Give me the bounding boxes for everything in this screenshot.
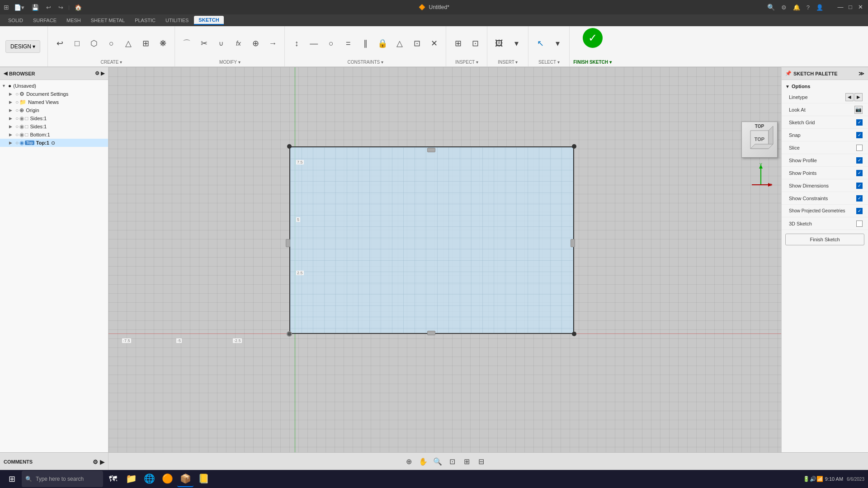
offset-btn[interactable]: ∪ bbox=[213, 35, 229, 52]
tab-surface[interactable]: SURFACE bbox=[28, 16, 61, 24]
search-btn[interactable]: 🔍 bbox=[765, 3, 777, 12]
browser-taskbar-btn[interactable]: 🌐 bbox=[141, 471, 157, 487]
slice-checkbox[interactable] bbox=[856, 145, 863, 151]
sketch-dimension-btn[interactable]: ↕ bbox=[288, 35, 305, 52]
browser-item-sides1b[interactable]: ▶ ○ ◉ □ Sides:1 bbox=[0, 122, 108, 131]
palette-options-header[interactable]: ▼ Options bbox=[782, 82, 868, 91]
formula-btn[interactable]: fx bbox=[230, 35, 246, 52]
rectangle-tool-btn[interactable]: □ bbox=[69, 35, 85, 52]
3d-sketch-checkbox[interactable] bbox=[856, 221, 863, 227]
pattern-tool-btn[interactable]: ❋ bbox=[155, 35, 171, 52]
circle-tool-btn[interactable]: ○ bbox=[103, 35, 119, 52]
browser-item-top1[interactable]: ▶ ○ ◉ Top Top:1 ⊙ bbox=[0, 139, 108, 147]
extend-btn[interactable]: → bbox=[264, 35, 281, 52]
look-btn[interactable]: ✋ bbox=[417, 455, 429, 468]
sketch-grid-checkbox[interactable]: ✓ bbox=[856, 119, 863, 126]
fit-btn[interactable]: ⊡ bbox=[446, 455, 458, 468]
show-constraints-checkbox[interactable]: ✓ bbox=[856, 195, 863, 202]
show-projected-geometries-checkbox[interactable]: ✓ bbox=[856, 208, 863, 214]
orbit-btn[interactable]: ⊕ bbox=[402, 455, 415, 468]
tab-sketch[interactable]: SKETCH bbox=[194, 16, 223, 25]
comments-expand-icon[interactable]: ▶ bbox=[100, 459, 104, 465]
display-mode-btn[interactable]: ⊟ bbox=[475, 455, 487, 468]
browser-settings-icon[interactable]: ⚙ bbox=[95, 70, 99, 76]
finish-sketch-btn[interactable]: Finish Sketch bbox=[785, 234, 864, 245]
home-btn[interactable]: 🏠 bbox=[72, 3, 84, 12]
insert-more-btn[interactable]: ▾ bbox=[508, 35, 524, 52]
lock-btn[interactable]: 🔒 bbox=[374, 35, 391, 52]
browser-item-origin[interactable]: ▶ ○ ⊕ Origin bbox=[0, 106, 108, 114]
linetype-prev-btn[interactable]: ◀ bbox=[845, 93, 854, 101]
minimize-btn[interactable]: — bbox=[836, 3, 844, 11]
redo-btn[interactable]: ↪ bbox=[56, 3, 66, 12]
trim-btn[interactable]: ✂ bbox=[196, 35, 212, 52]
undo-btn[interactable]: ↩ bbox=[44, 3, 53, 12]
window-controls[interactable]: 🔍 ⚙ 🔔 ? 👤 — □ ✕ bbox=[765, 3, 864, 12]
perpendicular-btn[interactable]: ✕ bbox=[426, 35, 442, 52]
windows-start-btn[interactable]: ⊞ bbox=[4, 471, 20, 487]
help-btn[interactable]: ? bbox=[804, 3, 812, 12]
select-dropdown-btn[interactable]: ▾ bbox=[549, 35, 566, 52]
move-btn[interactable]: ⊕ bbox=[247, 35, 264, 52]
browser-item-unsaved[interactable]: ▼ ● (Unsaved) bbox=[0, 82, 108, 90]
polygon-tool-btn[interactable]: ⬡ bbox=[86, 35, 102, 52]
horizontal-btn[interactable]: — bbox=[306, 35, 322, 52]
browser-item-bottom1[interactable]: ▶ ○ ◉ □ Bottom:1 bbox=[0, 131, 108, 139]
dim-label-axis-25: -2.5 bbox=[233, 338, 242, 343]
main-area: ◀ BROWSER ⚙ ▶ ▼ ● (Unsaved) ▶ ○ bbox=[0, 67, 868, 452]
canvas-area[interactable]: 7.5 5 2.5 -7.5 -5 -2.5 TOP TOP bbox=[108, 67, 781, 452]
grid-display-btn[interactable]: ⊞ bbox=[460, 455, 473, 468]
triangle-tool-btn[interactable]: △ bbox=[120, 35, 137, 52]
browser-collapse-btn[interactable]: ◀ bbox=[4, 70, 7, 76]
line-tool-btn[interactable]: ↩ bbox=[52, 35, 68, 52]
search-taskbar-btn[interactable]: 🔍 Type here to search bbox=[22, 471, 103, 487]
file-menu-btn[interactable]: 📄▾ bbox=[12, 3, 27, 12]
finish-sketch-circle-btn[interactable]: ✓ bbox=[583, 28, 603, 48]
linetype-next-btn[interactable]: ▶ bbox=[854, 93, 863, 101]
palette-expand-btn[interactable]: ≫ bbox=[859, 70, 864, 77]
tab-sheet-metal[interactable]: SHEET METAL bbox=[86, 16, 129, 24]
browser-item-named-views[interactable]: ▶ ○ 📁 Named Views bbox=[0, 98, 108, 106]
tab-mesh[interactable]: MESH bbox=[62, 16, 85, 24]
select-btn[interactable]: ↖ bbox=[532, 35, 548, 52]
task-view-btn[interactable]: 🗺 bbox=[105, 471, 121, 487]
app1-taskbar-btn[interactable]: 🟠 bbox=[159, 471, 175, 487]
tab-plastic[interactable]: PLASTIC bbox=[130, 16, 160, 24]
browser-item-doc-settings[interactable]: ▶ ○ ⚙ Document Settings bbox=[0, 90, 108, 98]
look-at-btn[interactable]: 📷 bbox=[854, 106, 863, 114]
equal-btn[interactable]: = bbox=[340, 35, 356, 52]
nav-cube-face[interactable]: TOP TOP bbox=[741, 122, 778, 158]
parallel-btn[interactable]: ∥ bbox=[357, 35, 373, 52]
notification-btn[interactable]: 🔔 bbox=[791, 3, 802, 12]
tangent-btn[interactable]: △ bbox=[392, 35, 408, 52]
app-grid-icon[interactable]: ⊞ bbox=[4, 4, 9, 11]
measure-btn[interactable]: ⊞ bbox=[450, 35, 466, 52]
settings-icon-btn[interactable]: ⚙ bbox=[779, 3, 789, 12]
grid-tool-btn[interactable]: ⊞ bbox=[137, 35, 154, 52]
fillet-btn[interactable]: ⌒ bbox=[179, 35, 195, 52]
maximize-btn[interactable]: □ bbox=[846, 3, 854, 11]
snap-checkbox[interactable]: ✓ bbox=[856, 132, 863, 138]
show-profile-checkbox[interactable]: ✓ bbox=[856, 157, 863, 164]
app3-taskbar-btn[interactable]: 📒 bbox=[195, 471, 212, 487]
coincident-btn[interactable]: ○ bbox=[323, 35, 339, 52]
show-dimensions-checkbox[interactable]: ✓ bbox=[856, 183, 863, 189]
show-points-checkbox[interactable]: ✓ bbox=[856, 170, 863, 176]
app2-taskbar-btn[interactable]: 📦 bbox=[177, 471, 193, 487]
tab-utilities[interactable]: UTILITIES bbox=[161, 16, 193, 24]
account-btn[interactable]: 👤 bbox=[814, 3, 826, 12]
insert-image-btn[interactable]: 🖼 bbox=[491, 35, 507, 52]
tab-solid[interactable]: SOLID bbox=[4, 16, 28, 24]
zebra-btn[interactable]: ⊡ bbox=[467, 35, 483, 52]
nav-cube[interactable]: TOP TOP bbox=[741, 122, 778, 158]
comments-section: COMMENTS ⚙ ▶ bbox=[0, 453, 108, 471]
symmetric-btn[interactable]: ⊡ bbox=[409, 35, 425, 52]
comments-settings-icon[interactable]: ⚙ bbox=[93, 459, 98, 465]
design-btn[interactable]: DESIGN ▾ bbox=[5, 40, 40, 53]
save-btn[interactable]: 💾 bbox=[29, 3, 41, 12]
file-explorer-btn[interactable]: 📁 bbox=[123, 471, 139, 487]
browser-item-sides1[interactable]: ▶ ○ ◉ □ Sides:1 bbox=[0, 114, 108, 122]
close-btn[interactable]: ✕ bbox=[856, 3, 864, 11]
zoom-btn[interactable]: 🔍 bbox=[431, 455, 444, 468]
browser-expand-icon[interactable]: ▶ bbox=[101, 70, 104, 76]
